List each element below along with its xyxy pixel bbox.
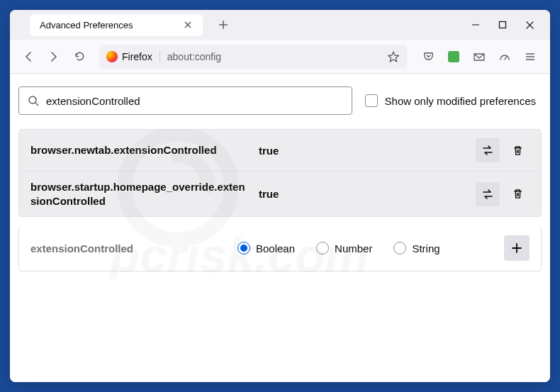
pref-row[interactable]: browser.newtab.extensionControlled true xyxy=(19,130,541,172)
delete-button[interactable] xyxy=(505,182,530,206)
type-radio-group: Boolean Number String xyxy=(237,242,495,254)
close-tab-icon[interactable] xyxy=(183,20,193,30)
prefs-table: browser.newtab.extensionControlled true … xyxy=(18,129,542,217)
titlebar: Advanced Preferences xyxy=(10,10,550,40)
pref-actions xyxy=(476,138,530,162)
dashboard-icon[interactable] xyxy=(495,47,515,67)
add-pref-name: extensionControlled xyxy=(30,242,229,254)
about-config-content: Show only modified preferences browser.n… xyxy=(10,74,550,382)
delete-button[interactable] xyxy=(505,138,530,162)
search-icon xyxy=(28,95,39,106)
reload-button[interactable] xyxy=(68,45,91,68)
radio-boolean[interactable]: Boolean xyxy=(237,242,295,254)
nav-toolbar: Firefox about:config xyxy=(10,40,550,74)
radio-label: Boolean xyxy=(256,242,295,254)
radio-icon xyxy=(316,242,329,254)
show-modified-checkbox[interactable]: Show only modified preferences xyxy=(365,94,542,107)
tab-strip: Advanced Preferences xyxy=(10,14,455,36)
pocket-icon[interactable] xyxy=(418,47,438,67)
pref-value: true xyxy=(259,145,467,157)
pref-row[interactable]: browser.startup.homepage_override.extens… xyxy=(19,172,541,216)
browser-window: Advanced Preferences xyxy=(10,10,550,382)
minimize-button[interactable] xyxy=(469,18,482,31)
pref-actions xyxy=(476,182,530,206)
firefox-logo-icon xyxy=(106,51,118,62)
toggle-button[interactable] xyxy=(476,182,500,206)
checkbox-label: Show only modified preferences xyxy=(385,95,536,107)
browser-tab[interactable]: Advanced Preferences xyxy=(30,14,203,36)
back-button[interactable] xyxy=(17,45,40,68)
url-bar[interactable]: Firefox about:config xyxy=(99,45,407,69)
extension-icon[interactable] xyxy=(444,47,464,67)
search-input[interactable] xyxy=(46,95,343,107)
toolbar-icons xyxy=(415,47,543,67)
radio-icon xyxy=(393,242,406,254)
radio-string[interactable]: String xyxy=(393,242,439,254)
add-pref-button[interactable] xyxy=(504,235,530,261)
add-pref-row: extensionControlled Boolean Number Strin… xyxy=(18,225,542,271)
toggle-button[interactable] xyxy=(476,138,500,162)
new-tab-button[interactable] xyxy=(213,14,234,35)
pref-name: browser.newtab.extensionControlled xyxy=(30,143,250,157)
pref-name: browser.startup.homepage_override.extens… xyxy=(30,180,250,208)
search-row: Show only modified preferences xyxy=(18,86,542,115)
menu-button[interactable] xyxy=(520,47,540,67)
pref-value: true xyxy=(259,188,467,200)
maximize-button[interactable] xyxy=(496,18,509,31)
radio-label: Number xyxy=(335,242,372,254)
radio-label: String xyxy=(412,242,439,254)
svg-point-1 xyxy=(29,96,36,103)
search-box[interactable] xyxy=(18,86,352,115)
checkbox-icon xyxy=(365,94,378,107)
identity-label: Firefox xyxy=(122,51,152,62)
window-controls xyxy=(455,18,550,31)
mail-icon[interactable] xyxy=(469,47,489,67)
bookmark-star-icon[interactable] xyxy=(387,50,400,63)
radio-icon xyxy=(237,242,250,254)
svg-rect-0 xyxy=(500,22,506,28)
radio-number[interactable]: Number xyxy=(316,242,372,254)
close-window-button[interactable] xyxy=(523,18,536,31)
forward-button[interactable] xyxy=(43,45,65,68)
url-identity[interactable]: Firefox xyxy=(106,51,160,62)
tab-title: Advanced Preferences xyxy=(40,20,133,30)
url-text: about:config xyxy=(167,51,380,62)
